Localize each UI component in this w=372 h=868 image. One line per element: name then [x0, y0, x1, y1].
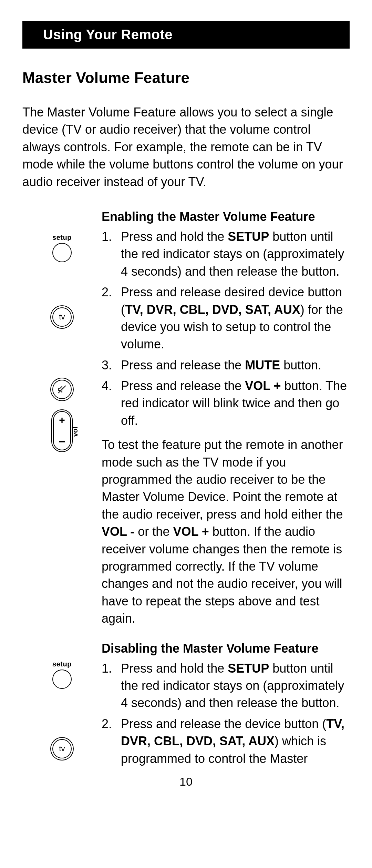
enable-step: Press and hold the SETUP button until th… — [102, 228, 350, 280]
enable-icons-column: setup tv + − vol — [22, 210, 102, 641]
mute-button-icon — [52, 380, 72, 399]
disable-step: Press and release the device button (TV,… — [102, 715, 350, 767]
enable-test-paragraph: To test the feature put the remote in an… — [102, 436, 350, 627]
setup-label: setup — [22, 660, 102, 668]
mute-icon — [58, 385, 66, 394]
enable-title: Enabling the Master Volume Feature — [102, 210, 350, 224]
enable-step: Press and release desired device button … — [102, 284, 350, 353]
vol-plus-icon: + — [51, 415, 73, 425]
enable-steps: Press and hold the SETUP button until th… — [102, 228, 350, 429]
enable-block: setup tv + − vol — [22, 210, 350, 641]
page-number: 10 — [22, 775, 350, 788]
vol-minus-icon: − — [51, 436, 73, 447]
section-header: Using Your Remote — [22, 21, 350, 49]
disable-steps: Press and hold the SETUP button until th… — [102, 660, 350, 767]
disable-icons-column: setup tv — [22, 641, 102, 774]
setup-label: setup — [22, 234, 102, 242]
page-title: Master Volume Feature — [22, 69, 350, 86]
manual-page: Using Your Remote Master Volume Feature … — [0, 0, 372, 802]
enable-step: Press and release the VOL + button. The … — [102, 377, 350, 429]
disable-title: Disabling the Master Volume Feature — [102, 641, 350, 656]
setup-button-icon — [52, 243, 72, 262]
disable-step: Press and hold the SETUP button until th… — [102, 660, 350, 712]
setup-button-icon — [52, 670, 72, 689]
vol-label: vol — [71, 427, 79, 437]
enable-step: Press and release the MUTE button. — [102, 357, 350, 374]
tv-button-icon: tv — [52, 739, 72, 758]
tv-button-icon: tv — [52, 307, 72, 327]
intro-paragraph: The Master Volume Feature allows you to … — [22, 104, 350, 191]
disable-block: setup tv Disabling the Master Volume Fea… — [22, 641, 350, 774]
volume-rocker-icon: + − vol — [51, 409, 73, 454]
